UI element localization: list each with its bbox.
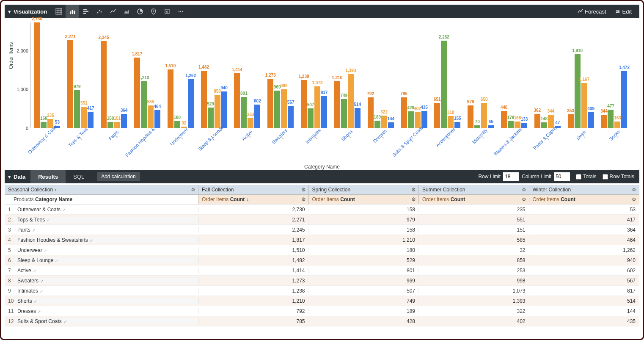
cell-spring[interactable]: 749	[309, 298, 419, 304]
chart-bar[interactable]: 651	[434, 103, 440, 128]
cell-winter[interactable]: 514	[529, 298, 640, 304]
row-category-name[interactable]: Pants⤢	[14, 227, 198, 233]
measure-col-winter[interactable]: Order Items Count⚙	[529, 195, 640, 204]
chart-category-group[interactable]: 3531,9101,167409	[564, 22, 597, 128]
row-totals-checkbox[interactable]	[603, 174, 608, 180]
x-tick-label[interactable]: Underwear ⤢	[169, 127, 189, 147]
chart-bar[interactable]: 2,245	[101, 41, 107, 128]
chart-category-group[interactable]: 792189322144	[364, 22, 397, 128]
cell-fall[interactable]: 2,245	[198, 227, 309, 233]
drill-icon[interactable]: ⤢	[44, 249, 47, 253]
chart-bar[interactable]: 979	[74, 90, 80, 128]
chart-bar[interactable]: 792	[368, 97, 374, 128]
cell-winter[interactable]: 53	[529, 207, 640, 213]
pivot-label-cell[interactable]: Seasonal Collection › ⚙	[5, 185, 198, 194]
viz-more-icon[interactable]	[174, 5, 187, 18]
chart-category-group[interactable]: 2,245158151364	[97, 22, 131, 128]
cell-winter[interactable]: 817	[529, 288, 640, 294]
chart-bar[interactable]: 1,073	[314, 86, 320, 128]
forecast-button[interactable]: Forecast	[573, 5, 611, 18]
chart-bar[interactable]: 151	[114, 122, 120, 128]
row-category-name[interactable]: Active⤢	[14, 268, 198, 274]
gear-icon[interactable]: ⚙	[522, 196, 526, 202]
chart-bar[interactable]: 650	[481, 103, 487, 128]
cell-summer[interactable]: 32	[419, 247, 529, 253]
chart-bar[interactable]: 2,262	[441, 41, 447, 128]
chart-category-group[interactable]: 785428402435	[397, 22, 431, 128]
cell-summer[interactable]: 585	[419, 237, 529, 243]
gear-icon[interactable]: ⚙	[632, 187, 636, 193]
measure-col-summer[interactable]: Order Items Count⚙	[419, 195, 529, 204]
cell-spring[interactable]: 507	[309, 288, 419, 294]
chart-bar[interactable]: 1,238	[301, 80, 307, 128]
cell-fall[interactable]: 1,817	[198, 237, 309, 243]
chart-category-group[interactable]: 3444771631,472	[597, 22, 631, 128]
chart-bar[interactable]: 529	[208, 108, 214, 128]
cell-winter[interactable]: 567	[529, 278, 640, 284]
chart-bar[interactable]: 428	[408, 111, 414, 128]
cell-spring[interactable]: 189	[309, 308, 419, 314]
chart-bar[interactable]: 440	[501, 111, 507, 128]
chart-category-group[interactable]: 2,73015823553	[30, 22, 64, 128]
row-category-name[interactable]: Outerwear & Coats⤢	[14, 207, 198, 213]
chart-bar[interactable]: 144	[388, 122, 394, 128]
collapse-viz-icon[interactable]: ▾	[8, 8, 11, 15]
x-tick-label[interactable]: Active ⤢	[241, 129, 253, 142]
chart-bar[interactable]: 1,910	[575, 54, 581, 128]
dimension-header[interactable]: Products Category Name	[5, 195, 198, 204]
chart-bar[interactable]: 179	[508, 121, 514, 128]
chart-bar[interactable]: 585	[148, 105, 154, 128]
x-tick-label[interactable]: Socks ⤢	[608, 129, 621, 142]
chart-bar[interactable]: 344	[601, 115, 607, 128]
row-category-name[interactable]: Dresses⤢	[14, 308, 198, 314]
chart-bar[interactable]: 940	[221, 91, 227, 128]
cell-fall[interactable]: 1,482	[198, 257, 309, 263]
x-tick-label[interactable]: Dresses ⤢	[372, 128, 388, 144]
cell-spring[interactable]: 428	[309, 318, 419, 324]
drill-icon[interactable]: ⤢	[34, 299, 37, 304]
chart-bar[interactable]: 1,510	[168, 69, 173, 128]
cell-summer[interactable]: 402	[419, 318, 529, 324]
gear-icon[interactable]: ⚙	[632, 196, 636, 202]
collapse-data-icon[interactable]: ▾	[8, 174, 11, 180]
row-category-name[interactable]: Sleep & Lounge⤢	[14, 257, 198, 263]
cell-fall[interactable]: 785	[198, 318, 309, 324]
chart-category-group[interactable]: 1,414801253602	[231, 22, 264, 128]
cell-summer[interactable]: 858	[419, 257, 529, 263]
row-category-name[interactable]: Tops & Tees⤢	[14, 217, 198, 223]
row-limit-input[interactable]	[503, 172, 519, 181]
gear-icon[interactable]: ⚙	[522, 187, 526, 193]
cell-winter[interactable]: 144	[529, 308, 640, 314]
cell-fall[interactable]: 1,238	[198, 288, 309, 294]
chart-bar[interactable]: 1,817	[134, 58, 140, 128]
viz-map-icon[interactable]	[147, 5, 160, 18]
gear-icon[interactable]: ⚙	[301, 187, 306, 193]
chart-bar[interactable]: 602	[254, 105, 260, 128]
cell-summer[interactable]: 235	[419, 207, 529, 213]
cell-winter[interactable]: 1,262	[529, 247, 640, 253]
chart-bar[interactable]: 2,730	[34, 22, 40, 128]
chart-bar[interactable]: 310	[448, 116, 454, 128]
chart-bar[interactable]: 353	[568, 114, 574, 128]
chart-bar[interactable]: 158	[41, 122, 47, 128]
drill-icon[interactable]: ⤢	[47, 218, 50, 222]
cell-fall[interactable]: 792	[198, 308, 309, 314]
row-category-name[interactable]: Shorts⤢	[14, 298, 198, 304]
x-tick-label[interactable]: Accessories ⤢	[435, 126, 456, 147]
chart-bar[interactable]: 362	[534, 114, 540, 128]
cell-summer[interactable]: 322	[419, 308, 529, 314]
viz-line-icon[interactable]	[106, 5, 120, 18]
x-tick-label[interactable]: Sleep & Lounge ⤢	[197, 124, 224, 152]
cell-winter[interactable]: 417	[529, 217, 640, 223]
x-tick-label[interactable]: Tops & Tees ⤢	[68, 126, 89, 148]
row-category-name[interactable]: Suits & Sport Coats⤢	[14, 318, 198, 324]
col-limit-input[interactable]	[554, 172, 570, 181]
chart-bar[interactable]: 1,210	[334, 81, 340, 128]
viz-pie-icon[interactable]	[133, 5, 147, 18]
chart-category-group[interactable]: 6512,262310155	[431, 22, 464, 128]
viz-single-value-icon[interactable]: 6	[160, 5, 174, 18]
pivot-col-summer[interactable]: Summer Collection⚙	[419, 185, 529, 194]
drill-icon[interactable]: ⤢	[33, 269, 36, 273]
x-tick-label[interactable]: Pants ⤢	[107, 129, 119, 141]
chart-bar[interactable]: 801	[241, 97, 247, 128]
